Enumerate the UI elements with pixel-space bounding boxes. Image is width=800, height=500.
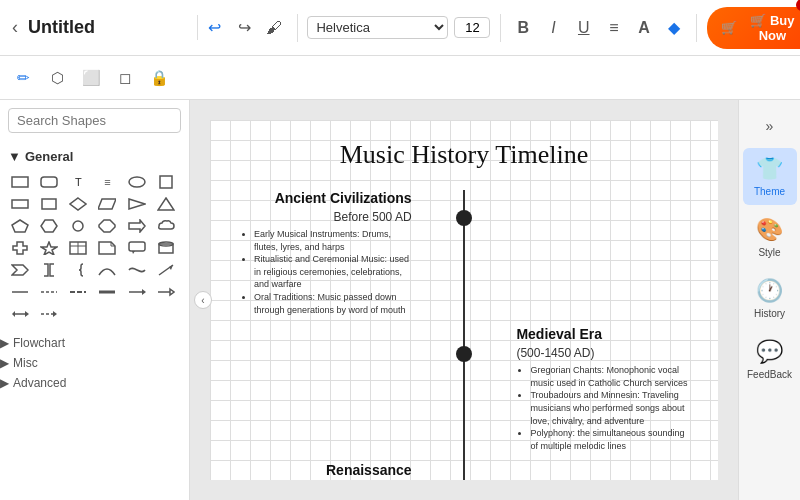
shapes-group-icon[interactable]: ⬡ xyxy=(42,63,72,93)
history-label: History xyxy=(754,308,785,319)
shape-rectangle[interactable] xyxy=(8,172,32,192)
misc-section-header[interactable]: ▶ Misc xyxy=(0,352,189,372)
shape-lines[interactable]: ≡ xyxy=(95,172,119,192)
container-icon[interactable]: ⬜ xyxy=(76,63,106,93)
separator-1 xyxy=(297,14,298,42)
timeline-title: Music History Timeline xyxy=(240,140,688,170)
left-panel: 🔍 ▼ General T ≡ xyxy=(0,100,190,500)
separator-2 xyxy=(500,14,501,42)
expand-panel-button[interactable]: » xyxy=(755,114,785,138)
ancient-dot xyxy=(456,210,472,226)
shape-star[interactable] xyxy=(37,238,61,258)
advanced-label: Advanced xyxy=(13,376,66,390)
svg-marker-7 xyxy=(98,199,116,209)
shape-octagon[interactable] xyxy=(95,216,119,236)
font-size-input[interactable] xyxy=(454,17,490,38)
shape-chevron[interactable] xyxy=(8,260,32,280)
shape-triangle-right[interactable] xyxy=(125,194,149,214)
svg-rect-1 xyxy=(41,177,57,187)
shape-line4[interactable] xyxy=(95,282,119,302)
italic-icon[interactable]: I xyxy=(541,14,565,42)
shape-text[interactable]: T xyxy=(66,172,90,192)
bold-icon[interactable]: B xyxy=(511,14,535,42)
back-button[interactable]: ‹ xyxy=(8,15,22,40)
svg-rect-0 xyxy=(12,177,28,187)
panel-item-feedback[interactable]: 💬 FeedBack xyxy=(743,331,797,388)
shape-square[interactable] xyxy=(154,172,178,192)
svg-marker-13 xyxy=(99,220,115,232)
flowchart-section-header[interactable]: ▶ Flowchart xyxy=(0,332,189,352)
svg-marker-8 xyxy=(129,199,145,209)
underline-icon[interactable]: U xyxy=(572,14,596,42)
fill-color-icon[interactable]: ◻ xyxy=(110,63,140,93)
search-input[interactable] xyxy=(17,113,185,128)
shape-bracket[interactable] xyxy=(37,260,61,280)
shape-cylinder[interactable] xyxy=(154,238,178,258)
canvas-content: Music History Timeline Ancient Civilizat… xyxy=(210,120,718,480)
medieval-era-title: Medieval Era xyxy=(516,326,688,342)
shape-cloud[interactable] xyxy=(154,216,178,236)
shape-note[interactable] xyxy=(95,238,119,258)
shape-brace[interactable] xyxy=(66,260,90,280)
medieval-dot xyxy=(456,346,472,362)
buy-now-button[interactable]: 🛒 🛒 Buy Now -60% xyxy=(707,7,800,49)
svg-marker-6 xyxy=(70,198,86,210)
shape-pentagon[interactable] xyxy=(8,216,32,236)
highlight-icon[interactable]: ◆ xyxy=(662,14,686,42)
shape-arrow1[interactable] xyxy=(125,282,149,302)
panel-item-style[interactable]: 🎨 Style xyxy=(743,209,797,266)
svg-marker-22 xyxy=(132,251,135,254)
shape-callout[interactable] xyxy=(125,238,149,258)
shape-ellipse[interactable] xyxy=(125,172,149,192)
panel-item-history[interactable]: 🕐 History xyxy=(743,270,797,327)
ancient-bullet-1: Early Musical Instruments: Drums, flutes… xyxy=(254,228,412,253)
font-selector[interactable]: Helvetica Arial Times New Roman xyxy=(307,16,448,39)
renaissance-era-title: Renaissance xyxy=(240,462,412,478)
advanced-section-header[interactable]: ▶ Advanced xyxy=(0,372,189,392)
shape-triangle-up[interactable] xyxy=(154,194,178,214)
undo-icon[interactable]: ↩ xyxy=(202,14,226,42)
shape-arrow-right[interactable] xyxy=(125,216,149,236)
flowchart-label: Flowchart xyxy=(13,336,65,350)
feedback-label: FeedBack xyxy=(747,369,792,380)
svg-marker-40 xyxy=(53,311,57,317)
medieval-bullet-1: Gregorian Chants: Monophonic vocal music… xyxy=(530,364,688,389)
pencil-icon[interactable]: ✏ xyxy=(8,63,38,93)
shape-line3[interactable] xyxy=(66,282,90,302)
shape-cross[interactable] xyxy=(8,238,32,258)
text-color-icon[interactable]: A xyxy=(632,14,656,42)
shape-line2[interactable] xyxy=(37,282,61,302)
shape-arrow4[interactable] xyxy=(37,304,61,324)
collapse-panel-button[interactable]: ‹ xyxy=(194,291,212,309)
shape-circle[interactable] xyxy=(66,216,90,236)
svg-marker-35 xyxy=(170,289,174,295)
timeline-item-ancient: Ancient Civilizations Before 500 AD Earl… xyxy=(240,190,688,316)
shape-diamond[interactable] xyxy=(66,194,90,214)
shape-line1[interactable] xyxy=(8,282,32,302)
format-paint-icon[interactable]: 🖌 xyxy=(262,14,286,42)
general-section-header[interactable]: ▼ General xyxy=(8,145,181,168)
lock-icon[interactable]: 🔒 xyxy=(144,63,174,93)
shape-hexagon[interactable] xyxy=(37,216,61,236)
medieval-content: Medieval Era (500-1450 AD) Gregorian Cha… xyxy=(486,326,688,452)
shape-arrow3[interactable] xyxy=(8,304,32,324)
shape-rect3[interactable] xyxy=(37,194,61,214)
feedback-icon: 💬 xyxy=(756,339,783,365)
align-icon[interactable]: ≡ xyxy=(602,14,626,42)
svg-rect-4 xyxy=(12,200,28,208)
shape-parallelogram[interactable] xyxy=(95,194,119,214)
canvas-area[interactable]: ‹ Music History Timeline Ancient Civiliz… xyxy=(190,100,738,500)
medieval-bullet-2: Troubadours and Minnesin: Traveling musi… xyxy=(530,389,688,427)
shape-table[interactable] xyxy=(66,238,90,258)
theme-label: Theme xyxy=(754,186,785,197)
shape-rect2[interactable] xyxy=(8,194,32,214)
svg-point-2 xyxy=(129,177,145,187)
shape-curve[interactable] xyxy=(125,260,149,280)
shape-arrow-diagonal[interactable] xyxy=(154,260,178,280)
shape-arc[interactable] xyxy=(95,260,119,280)
panel-item-theme[interactable]: 👕 Theme xyxy=(743,148,797,205)
svg-rect-5 xyxy=(42,199,56,209)
redo-icon[interactable]: ↪ xyxy=(232,14,256,42)
shape-rounded-rect[interactable] xyxy=(37,172,61,192)
shape-arrow2[interactable] xyxy=(154,282,178,302)
